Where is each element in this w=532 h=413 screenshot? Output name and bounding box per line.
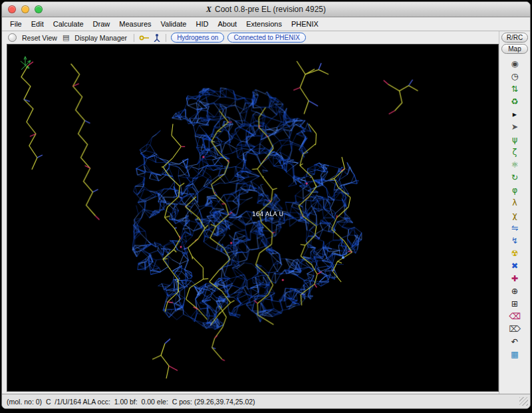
- atom-label: 164 ALA U: [252, 211, 283, 217]
- add-terminal-residue-icon[interactable]: ⊕: [503, 285, 526, 297]
- menu-validate[interactable]: Validate: [156, 18, 192, 30]
- rotate-view-icon[interactable]: ◉: [503, 57, 526, 70]
- resize-grip[interactable]: [519, 397, 528, 406]
- menubar: FileEditCalculateDrawMeasuresValidateHID…: [2, 17, 530, 31]
- x11-icon: X: [206, 5, 211, 14]
- map-button[interactable]: Map: [501, 44, 528, 54]
- recycle-icon[interactable]: ♻: [503, 95, 526, 108]
- menu-edit[interactable]: Edit: [27, 18, 49, 30]
- status-text: (mol. no: 0) C /1/U/164 ALA occ: 1.00 bf…: [4, 398, 255, 406]
- chi-angles-icon[interactable]: χ: [503, 209, 526, 221]
- reset-view-button[interactable]: Reset View: [20, 33, 59, 43]
- mutate-icon[interactable]: λ: [503, 196, 526, 209]
- rotamer-icon[interactable]: φ: [503, 184, 526, 196]
- menu-about[interactable]: About: [213, 18, 241, 30]
- main-row: Reset View ▤ Display Manager Hydrogens o…: [2, 31, 530, 394]
- display-color-icon[interactable]: ▦: [503, 348, 526, 360]
- zoom-button[interactable]: [35, 5, 43, 13]
- key-icon[interactable]: [139, 34, 150, 42]
- 3d-viewport[interactable]: 164 ALA U: [7, 44, 499, 392]
- viewport-canvas[interactable]: [7, 45, 498, 391]
- left-column: Reset View ▤ Display Manager Hydrogens o…: [2, 31, 499, 394]
- menu-hid[interactable]: HID: [191, 18, 213, 30]
- add-alt-conf-icon[interactable]: ⊞: [503, 297, 526, 310]
- menu-file[interactable]: File: [5, 18, 27, 30]
- minimize-button[interactable]: [21, 5, 29, 13]
- real-space-refine-icon[interactable]: ψ: [503, 133, 526, 146]
- sidebar-icon-strip: ◉◷⇅♻▸➤ψζ⚛↻φλχ⇋↯☢✖✚⊕⊞⌫⌦↶▦: [503, 57, 526, 360]
- menu-measures[interactable]: Measures: [114, 18, 156, 30]
- toolbar-handle-icon[interactable]: [8, 33, 17, 42]
- delete-icon[interactable]: ⌦: [503, 323, 526, 335]
- menu-draw[interactable]: Draw: [88, 18, 115, 30]
- radioactive-icon[interactable]: ☢: [503, 247, 526, 259]
- pepflip-icon[interactable]: ↯: [503, 234, 526, 247]
- molecule-icon[interactable]: [153, 33, 161, 42]
- rigid-body-icon[interactable]: ⚛: [503, 158, 526, 171]
- menu-calculate[interactable]: Calculate: [49, 18, 88, 30]
- rrc-mode-button[interactable]: R/RC: [501, 33, 528, 43]
- menu-extensions[interactable]: Extensions: [241, 18, 287, 30]
- right-sidebar: R/RC Map ◉◷⇅♻▸➤ψζ⚛↻φλχ⇋↯☢✖✚⊕⊞⌫⌦↶▦: [499, 31, 530, 394]
- undo-icon[interactable]: ↶: [503, 335, 526, 348]
- pointer-arrow-icon[interactable]: ➤: [503, 120, 526, 133]
- statusbar: (mol. no: 0) C /1/U/164 ALA occ: 1.00 bf…: [2, 394, 530, 408]
- display-manager-icon: ▤: [63, 33, 69, 42]
- toolbar-separator: [166, 34, 166, 42]
- pointer-atom-icon[interactable]: ✚: [503, 272, 526, 285]
- updown-arrows-icon[interactable]: ⇅: [503, 82, 526, 95]
- toolbar-separator: [134, 34, 134, 42]
- flip-peptide-icon[interactable]: ⇋: [503, 221, 526, 234]
- coot-window: XCoot 0.8-pre EL (revision 4925) FileEdi…: [1, 1, 531, 409]
- hydrogens-toggle-button[interactable]: Hydrogens on: [171, 33, 224, 43]
- rotate-translate-icon[interactable]: ↻: [503, 171, 526, 184]
- regularize-icon[interactable]: ζ: [503, 146, 526, 158]
- simple-mutate-icon[interactable]: ✖: [503, 259, 526, 272]
- titlebar[interactable]: XCoot 0.8-pre EL (revision 4925): [2, 2, 530, 17]
- menu-phenix[interactable]: PHENIX: [287, 18, 323, 30]
- close-button[interactable]: [8, 5, 16, 13]
- clock-icon[interactable]: ◷: [503, 70, 526, 82]
- phenix-connection-button[interactable]: Connected to PHENIX: [227, 33, 306, 43]
- display-manager-button[interactable]: Display Manager: [72, 33, 129, 43]
- clear-atom-icon[interactable]: ⌫: [503, 310, 526, 323]
- toolbar: Reset View ▤ Display Manager Hydrogens o…: [7, 31, 499, 44]
- window-title: XCoot 0.8-pre EL (revision 4925): [2, 5, 530, 15]
- play-icon[interactable]: ▸: [503, 108, 526, 120]
